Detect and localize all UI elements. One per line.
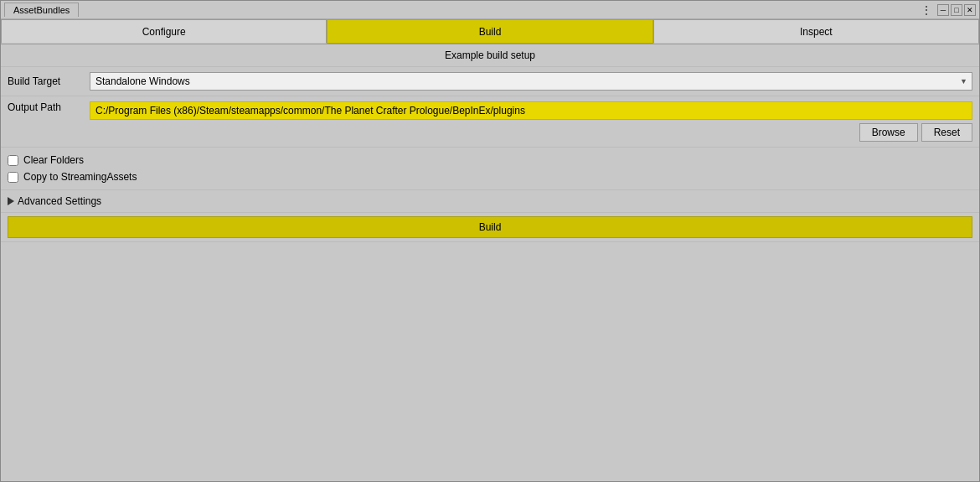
copy-to-streaming-row: Copy to StreamingAssets <box>8 171 972 183</box>
path-buttons: Browse Reset <box>90 123 972 142</box>
main-window: AssetBundles ⋮ ─ □ ✕ Configure Build Ins… <box>0 0 980 482</box>
content-area: Example build setup Build Target Standal… <box>1 44 979 481</box>
title-bar: AssetBundles ⋮ ─ □ ✕ <box>1 1 979 19</box>
tab-configure[interactable]: Configure <box>1 19 327 44</box>
advanced-settings-triangle-icon[interactable] <box>8 197 14 205</box>
checkboxes-section: Clear Folders Copy to StreamingAssets <box>1 148 979 190</box>
window-tab[interactable]: AssetBundles <box>4 3 79 17</box>
clear-folders-row: Clear Folders <box>8 154 972 166</box>
reset-button[interactable]: Reset <box>921 123 972 142</box>
advanced-settings-section[interactable]: Advanced Settings <box>1 190 979 213</box>
output-path-label: Output Path <box>8 101 83 113</box>
close-button[interactable]: ✕ <box>964 4 976 16</box>
advanced-settings-label[interactable]: Advanced Settings <box>18 195 101 207</box>
build-bar: Build <box>1 213 979 242</box>
build-button[interactable]: Build <box>8 216 972 238</box>
copy-to-streaming-label[interactable]: Copy to StreamingAssets <box>23 171 137 183</box>
subtitle-bar: Example build setup <box>1 44 979 67</box>
path-column: Browse Reset <box>90 101 972 142</box>
maximize-button[interactable]: □ <box>951 4 962 16</box>
clear-folders-checkbox[interactable] <box>8 155 18 166</box>
tab-inspect[interactable]: Inspect <box>653 19 979 44</box>
output-path-input[interactable] <box>90 101 972 120</box>
build-target-label: Build Target <box>8 75 83 87</box>
tab-bar: Configure Build Inspect <box>1 19 979 44</box>
browse-button[interactable]: Browse <box>859 123 918 142</box>
copy-to-streaming-checkbox[interactable] <box>8 172 18 183</box>
clear-folders-label[interactable]: Clear Folders <box>23 154 84 166</box>
output-path-row: Output Path Browse Reset <box>1 96 979 148</box>
build-target-dropdown-wrapper: Standalone Windows Standalone Linux Stan… <box>90 72 972 91</box>
minimize-button[interactable]: ─ <box>937 4 949 16</box>
context-menu-icon[interactable]: ⋮ <box>917 3 936 17</box>
tab-build[interactable]: Build <box>327 19 652 44</box>
subtitle-text: Example build setup <box>445 49 535 61</box>
title-bar-controls: ⋮ ─ □ ✕ <box>917 3 976 17</box>
build-target-row: Build Target Standalone Windows Standalo… <box>1 67 979 96</box>
build-target-dropdown[interactable]: Standalone Windows Standalone Linux Stan… <box>90 72 972 91</box>
